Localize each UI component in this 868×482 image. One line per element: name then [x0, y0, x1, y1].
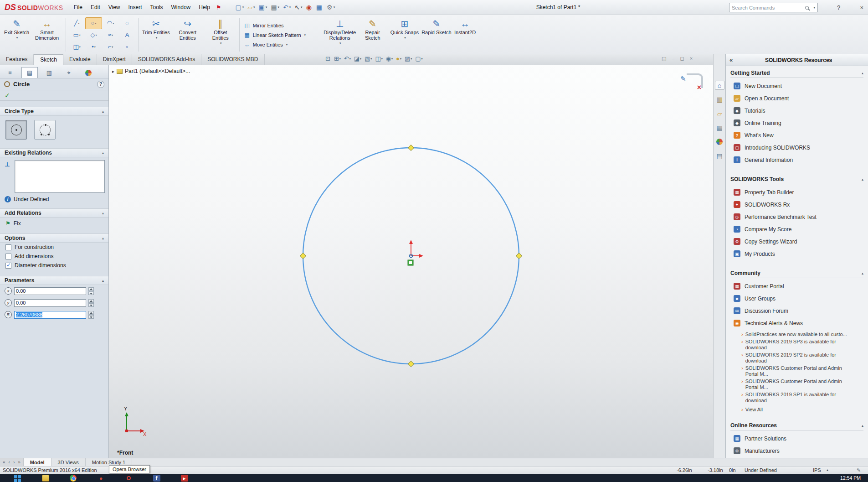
- resource-link[interactable]: ◷ Performance Benchmark Test: [726, 211, 868, 223]
- ellipse-tool[interactable]: ◌: [119, 17, 136, 29]
- graphics-area[interactable]: ▸ Part1 (Default<<Default>...: [109, 65, 713, 458]
- spinner-up-button[interactable]: [88, 299, 94, 303]
- collapse-icon[interactable]: ▴: [102, 211, 104, 215]
- select-icon[interactable]: ↖ ▾: [293, 3, 303, 12]
- file-explorer-tab[interactable]: ▱: [715, 109, 724, 118]
- maximize-document-button[interactable]: ◻: [680, 56, 684, 62]
- collapse-icon[interactable]: ▴: [862, 71, 863, 75]
- file-explorer-button[interactable]: [31, 474, 59, 482]
- option-checkbox-row[interactable]: Add dimensions: [0, 252, 108, 261]
- close-window-button[interactable]: ×: [860, 4, 863, 11]
- search-dropdown-icon[interactable]: ▾: [813, 6, 815, 10]
- opera-button[interactable]: O: [115, 474, 143, 482]
- close-document-button[interactable]: ×: [690, 56, 693, 62]
- resource-link[interactable]: ? What's New: [726, 129, 868, 141]
- collapse-panel-button[interactable]: «: [729, 57, 733, 63]
- resource-link[interactable]: i General Information: [726, 154, 868, 166]
- trim-entities-button[interactable]: ✂ Trim Entities ▾: [141, 16, 171, 53]
- appearances-scenes-tab[interactable]: [715, 137, 724, 146]
- news-link[interactable]: › SOLIDWORKS Customer Portal and Admin P…: [741, 365, 858, 377]
- menu-item[interactable]: File: [70, 0, 87, 15]
- resource-link[interactable]: ⚙ Copy Settings Wizard: [726, 235, 868, 248]
- circle-quadrant-handle[interactable]: [516, 253, 522, 259]
- parameter-input[interactable]: 2.26070688: [14, 311, 86, 319]
- custom-properties-tab[interactable]: ▤: [715, 151, 724, 161]
- menu-item[interactable]: Insert: [124, 0, 146, 15]
- option-checkbox-row[interactable]: For construction: [0, 243, 108, 252]
- zoom-to-area-icon[interactable]: ⊞ ▾: [334, 55, 341, 62]
- command-tab[interactable]: DimXpert: [97, 54, 132, 65]
- command-tab[interactable]: Features: [0, 54, 34, 65]
- resource-link[interactable]: ▢ Introducing SOLIDWORKS: [726, 141, 868, 154]
- display-delete-relations-button[interactable]: ⊥ Display/Delete Relations ▾: [324, 16, 356, 53]
- construction-geometry-tool[interactable]: ▫: [119, 41, 136, 53]
- cancel-sketch-icon[interactable]: ×: [697, 83, 701, 92]
- online-resources-header[interactable]: Online Resources ▴: [730, 422, 863, 430]
- menu-item[interactable]: View: [104, 0, 124, 15]
- rapid-sketch-button[interactable]: ✎ Rapid Sketch: [420, 16, 452, 53]
- circle-quadrant-handle[interactable]: [300, 253, 306, 259]
- search-commands-box[interactable]: Search Commands ▾: [729, 3, 818, 12]
- minimize-document-button[interactable]: –: [672, 56, 674, 62]
- resource-link[interactable]: ☻ User Groups: [726, 292, 868, 305]
- resource-link[interactable]: ✉ Discussion Forum: [726, 305, 868, 317]
- tab-nav-button[interactable]: ‹: [9, 460, 10, 465]
- collapse-icon[interactable]: ▴: [102, 279, 104, 283]
- getting-started-header[interactable]: Getting Started ▴: [730, 70, 863, 78]
- configuration-manager-tab[interactable]: ▥: [41, 67, 57, 78]
- search-input[interactable]: Search Commands: [732, 5, 805, 10]
- point-tool[interactable]: • ▾: [85, 41, 102, 53]
- parameter-input[interactable]: 0.00: [14, 287, 86, 295]
- file-properties-icon[interactable]: ▦: [315, 3, 324, 12]
- collapse-icon[interactable]: ▴: [862, 424, 863, 428]
- command-tab[interactable]: SOLIDWORKS MBD: [201, 54, 264, 65]
- view-orientation-icon[interactable]: ▧ ▾: [365, 55, 372, 62]
- design-library-tab[interactable]: ▥: [715, 95, 724, 104]
- property-manager-tab[interactable]: ▤: [21, 67, 38, 78]
- zoom-to-fit-icon[interactable]: ⊡: [325, 55, 331, 62]
- tab-nav-button[interactable]: ›: [13, 460, 15, 465]
- resource-link[interactable]: ▣ My Products: [726, 248, 868, 260]
- start-button[interactable]: [4, 474, 31, 482]
- resource-link[interactable]: ▦ Customer Portal: [726, 280, 868, 292]
- fillet-tool[interactable]: ⌐ ▾: [102, 41, 119, 53]
- options-header[interactable]: Options ▴: [0, 233, 108, 243]
- facebook-button[interactable]: f: [143, 474, 170, 482]
- restore-document-button[interactable]: ◱: [662, 56, 666, 62]
- media-app-button[interactable]: ▸: [170, 474, 198, 482]
- spinner-down-button[interactable]: [88, 315, 94, 319]
- resource-link[interactable]: + SOLIDWORKS Rx: [726, 198, 868, 211]
- chrome-button[interactable]: [59, 474, 87, 482]
- instant2d-button[interactable]: ↔ Instant2D: [453, 16, 478, 53]
- hide-show-items-icon[interactable]: ◉ ▾: [386, 55, 393, 62]
- section-view-icon[interactable]: ◪ ▾: [354, 55, 361, 62]
- sketch-origin[interactable]: [409, 240, 423, 258]
- menu-item[interactable]: Tools: [146, 0, 167, 15]
- news-link[interactable]: › SOLIDWORKS 2019 SP3 is available for d…: [741, 339, 858, 351]
- collapse-icon[interactable]: ▴: [862, 177, 863, 181]
- resource-link[interactable]: ◆ Tutorials: [726, 104, 868, 117]
- view-palette-tab[interactable]: ▦: [715, 123, 724, 132]
- circle-quadrant-handle[interactable]: [408, 361, 414, 367]
- solidworks-tools-header[interactable]: SOLIDWORKS Tools ▴: [730, 176, 863, 184]
- view-settings-icon[interactable]: ▢ ▾: [415, 55, 422, 62]
- help-button[interactable]: ?: [837, 4, 840, 11]
- convert-entities-button[interactable]: ↪ Convert Entities: [171, 16, 204, 53]
- linear-sketch-pattern-button[interactable]: ▦ Linear Sketch Pattern ▾: [242, 31, 318, 39]
- resource-link[interactable]: ▢ New Document: [726, 80, 868, 92]
- edit-appearance-icon[interactable]: ● ▾: [396, 55, 401, 62]
- options-icon[interactable]: ⚙ ▾: [325, 3, 336, 12]
- polygon-tool[interactable]: ◇ ▾: [85, 29, 102, 41]
- checkbox[interactable]: [5, 254, 11, 259]
- print-icon[interactable]: ▤ ▾: [269, 3, 281, 12]
- undo-icon[interactable]: ↶ ▾: [282, 3, 292, 12]
- line-tool[interactable]: ╱ ▾: [68, 17, 85, 29]
- news-link[interactable]: › SOLIDWORKS 2019 SP2 is available for d…: [741, 352, 858, 364]
- quick-snaps-button[interactable]: ⊞ Quick Snaps ▾: [389, 16, 420, 53]
- feature-manager-tab[interactable]: ≡: [2, 67, 18, 78]
- view-all-link[interactable]: › View All: [726, 407, 868, 412]
- clock[interactable]: 12:54 PM: [840, 475, 861, 481]
- study-tab[interactable]: 3D Views: [51, 458, 86, 466]
- collapse-icon[interactable]: ▴: [862, 271, 863, 275]
- dimxpert-manager-tab[interactable]: ⌖: [61, 67, 77, 78]
